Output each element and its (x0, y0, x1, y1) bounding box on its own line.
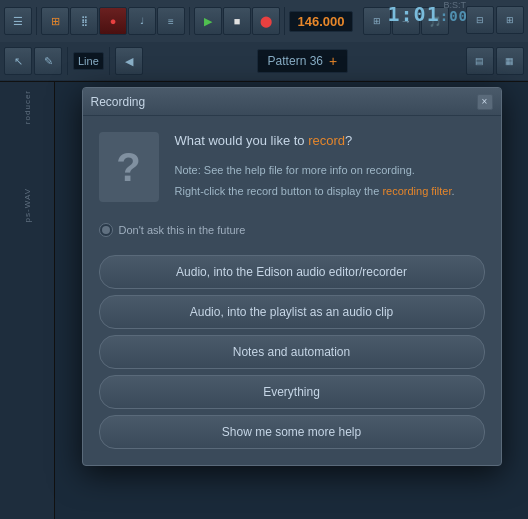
question-prefix: What would you like to (175, 133, 309, 148)
line-select[interactable]: Line (73, 52, 104, 70)
checkbox-indicator (102, 226, 110, 234)
time-main: 1:01 (388, 2, 440, 26)
recording-dialog: Recording × ? What would you like to rec… (82, 87, 502, 466)
draw-btn[interactable]: ✎ (34, 47, 62, 75)
tool-group-left: ☰ ⊞ ⣿ ● ♩ ≡ ▶ ■ ⬤ 146.000 (4, 7, 353, 35)
daw-sidebar: roducer ps-WAV (0, 82, 55, 519)
sequencer-btn[interactable]: ⣿ (70, 7, 98, 35)
separator4 (67, 47, 68, 75)
daw-content: Recording × ? What would you like to rec… (55, 82, 528, 519)
bpm-display[interactable]: 146.000 (289, 11, 353, 32)
btn-edison[interactable]: Audio, into the Edison audio editor/reco… (99, 255, 485, 289)
dialog-body: ? What would you like to record? Note: S… (83, 116, 501, 465)
separator5 (109, 47, 110, 75)
dialog-text: What would you like to record? Note: See… (175, 132, 485, 203)
daw-main: roducer ps-WAV Recording × ? What would … (0, 82, 528, 519)
btn-notes[interactable]: Notes and automation (99, 335, 485, 369)
dialog-titlebar: Recording × (83, 88, 501, 116)
record-btn[interactable]: ● (99, 7, 127, 35)
btn-playlist-label: Audio, into the playlist as an audio cli… (190, 305, 393, 319)
btn-help-label: Show me some more help (222, 425, 361, 439)
note2-suffix: . (451, 185, 454, 197)
tool-b[interactable]: ⊞ (496, 6, 524, 34)
btn-playlist[interactable]: Audio, into the playlist as an audio cli… (99, 295, 485, 329)
play-btn[interactable]: ▶ (194, 7, 222, 35)
btn-everything[interactable]: Everything (99, 375, 485, 409)
btn-notes-label: Notes and automation (233, 345, 350, 359)
separator (36, 7, 37, 35)
piano-btn[interactable]: ♩ (128, 7, 156, 35)
dialog-top: ? What would you like to record? Note: S… (99, 132, 485, 203)
dialog-close-button[interactable]: × (477, 94, 493, 110)
dont-ask-label: Don't ask this in the future (119, 224, 246, 236)
pattern-display[interactable]: Pattern 36 + (257, 49, 349, 73)
separator2 (189, 7, 190, 35)
dialog-question: What would you like to record? (175, 132, 485, 150)
sidebar-label-2: ps-WAV (23, 188, 32, 222)
question-mark-icon: ? (99, 132, 159, 202)
btn-edison-label: Audio, into the Edison audio editor/reco… (176, 265, 407, 279)
question-suffix: ? (345, 133, 352, 148)
dialog-note2: Right-click the record button to display… (175, 183, 485, 200)
dialog-buttons: Audio, into the Edison audio editor/reco… (99, 255, 485, 449)
time-sep: : (440, 8, 449, 24)
tool-a[interactable]: ⊟ (466, 6, 494, 34)
menu-btn[interactable]: ☰ (4, 7, 32, 35)
note2-prefix: Right-click the record button to display… (175, 185, 383, 197)
time-display: 1:01:00 (388, 2, 468, 26)
stop-btn[interactable]: ■ (223, 7, 251, 35)
pattern-add[interactable]: + (329, 53, 337, 69)
daw-topbar: ☰ ⊞ ⣿ ● ♩ ≡ ▶ ■ ⬤ 146.000 ⊞ → 🎵 B:S:T 1:… (0, 0, 528, 82)
pattern-label: Pattern 36 (268, 54, 323, 68)
browser-btn[interactable]: ≡ (157, 7, 185, 35)
right-tools: ⊟ ⊞ (466, 6, 524, 34)
record-highlight: record (308, 133, 345, 148)
recording-filter-link[interactable]: recording filter (382, 185, 451, 197)
toolbar-row1: ☰ ⊞ ⣿ ● ♩ ≡ ▶ ■ ⬤ 146.000 ⊞ → 🎵 B:S:T 1:… (0, 0, 528, 42)
btn-help[interactable]: Show me some more help (99, 415, 485, 449)
separator3 (284, 7, 285, 35)
sidebar-label-1: roducer (23, 90, 32, 124)
btn-everything-label: Everything (263, 385, 320, 399)
view-btn-2[interactable]: ▦ (496, 47, 524, 75)
cursor-btn[interactable]: ↖ (4, 47, 32, 75)
dont-ask-row[interactable]: Don't ask this in the future (99, 219, 485, 241)
dialog-title: Recording (91, 95, 477, 109)
dialog-note1: Note: See the help file for more info on… (175, 162, 485, 179)
dialog-overlay: Recording × ? What would you like to rec… (55, 82, 528, 519)
toolbar-row2: ↖ ✎ Line ◀ Pattern 36 + ▤ ▦ (0, 42, 528, 80)
view-btn-1[interactable]: ▤ (466, 47, 494, 75)
rec-btn[interactable]: ⬤ (252, 7, 280, 35)
view-btns: ▤ ▦ (466, 47, 524, 75)
mixer-btn[interactable]: ⊞ (41, 7, 69, 35)
dont-ask-checkbox[interactable] (99, 223, 113, 237)
arrow-left[interactable]: ◀ (115, 47, 143, 75)
